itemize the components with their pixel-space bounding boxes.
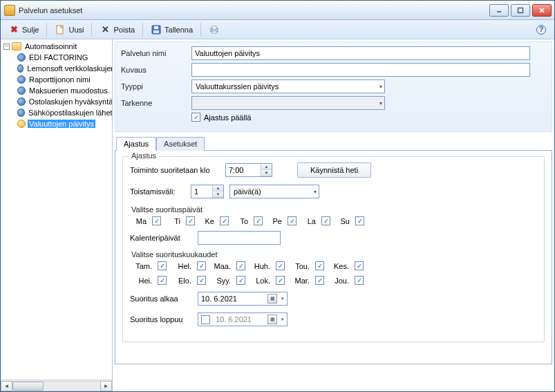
repeat-value-input[interactable]: ▲▼ [191, 185, 224, 198]
month-checkbox[interactable]: ✓ [315, 276, 324, 285]
spin-down-icon[interactable]: ▼ [213, 192, 223, 198]
month-label: Huh. [250, 262, 270, 270]
print-action[interactable] [204, 22, 225, 37]
tree-item[interactable]: Ostolaskujen hyväksyntä [2, 96, 112, 107]
window: Palvelun asetukset ✖ Sulje Uusi ✕ Poista… [0, 0, 555, 392]
month-checkbox[interactable]: ✓ [355, 261, 364, 270]
month-checkbox[interactable]: ✓ [355, 276, 364, 285]
tree-item[interactable]: Raporttijonon nimi [2, 74, 112, 85]
month-checkbox[interactable]: ✓ [158, 261, 167, 270]
minimize-button[interactable] [489, 4, 509, 17]
schedule-on-label: Ajastus päällä [204, 113, 252, 122]
run-at-input[interactable]: ▲▼ [225, 163, 272, 177]
end-date-input[interactable]: ✓ 10. 6.2021 ▦ ▾ [198, 312, 288, 326]
day-checkbox[interactable]: ✓ [288, 216, 297, 225]
expand-icon[interactable]: − [3, 44, 10, 50]
tree-item-label: EDI FACTORING [28, 53, 89, 62]
day-checkbox[interactable]: ✓ [321, 216, 330, 225]
close-button[interactable] [532, 4, 552, 17]
end-label: Suoritus loppuu [130, 315, 192, 324]
month-label: Hel. [171, 262, 191, 270]
calendar-icon[interactable]: ▦ [267, 315, 277, 324]
gear-icon [17, 53, 26, 62]
tree-item[interactable]: Lemonsoft verkkolaskujen lähetys [2, 63, 112, 74]
tree-item[interactable]: Sähköpostilaskujen lähetys [2, 107, 112, 118]
svg-rect-7 [153, 30, 159, 33]
type-value: Valuuttakurssien päivitys [196, 82, 279, 91]
top-form: Palvelun nimi Kuvaus Tyyppi Valuuttakurs… [115, 41, 552, 132]
chevron-down-icon[interactable]: ▾ [281, 317, 284, 322]
day-checkbox[interactable]: ✓ [220, 216, 229, 225]
schedule-on-checkbox[interactable]: ✓ Ajastus päällä [191, 113, 252, 122]
end-enable-checkbox[interactable]: ✓ [201, 315, 210, 324]
month-checkbox[interactable]: ✓ [276, 261, 285, 270]
spin-up-icon[interactable]: ▲ [261, 164, 272, 170]
gear-icon [17, 75, 26, 84]
days-label: Valitse suorituspäivät [131, 205, 537, 214]
tree-item-label: Maksuerien muodostus [28, 86, 109, 95]
month-checkbox[interactable]: ✓ [158, 276, 167, 285]
separator [142, 23, 143, 37]
name-input[interactable] [191, 46, 530, 60]
run-at-value[interactable] [226, 164, 261, 176]
month-checkbox[interactable]: ✓ [236, 276, 245, 285]
repeat-unit-select[interactable]: päivä(ä) ▾ [229, 185, 319, 198]
label-desc: Kuvaus [121, 66, 187, 74]
chevron-down-icon[interactable]: ▾ [281, 296, 284, 301]
run-now-button[interactable]: Käynnistä heti [297, 162, 371, 178]
svg-rect-6 [154, 26, 158, 29]
desc-input[interactable] [191, 63, 530, 77]
gear-icon [17, 64, 23, 73]
start-date-input[interactable]: 10. 6.2021 ▦ ▾ [198, 292, 288, 306]
day-label: Ti [165, 217, 180, 225]
scroll-left[interactable]: ◄ [1, 381, 12, 391]
tree-item[interactable]: Maksuerien muodostus [2, 85, 112, 96]
schedule-group: Ajastus Toiminto suoritetaan klo ▲▼ Käyn… [122, 156, 545, 342]
day-checkbox[interactable]: ✓ [186, 216, 195, 225]
spin-down-icon[interactable]: ▼ [261, 170, 272, 176]
app-icon [4, 5, 15, 16]
help-action[interactable]: ? [531, 22, 552, 37]
month-label: Maa. [210, 262, 231, 270]
month-checkbox[interactable]: ✓ [315, 261, 324, 270]
day-checkbox[interactable]: ✓ [355, 216, 364, 225]
scroll-track[interactable] [12, 381, 100, 391]
type-select[interactable]: Valuuttakurssien päivitys ▾ [191, 80, 385, 93]
month-checkbox[interactable]: ✓ [276, 276, 285, 285]
months-row: Hei.✓Elo.✓Syy.✓Lok.✓Mar.✓Jou.✓ [131, 276, 537, 285]
month-checkbox[interactable]: ✓ [236, 261, 245, 270]
scroll-right[interactable]: ► [100, 381, 112, 391]
close-label: Sulje [22, 26, 39, 34]
spin-up-icon[interactable]: ▲ [213, 185, 223, 192]
titlebar: Palvelun asetukset [1, 1, 554, 20]
tree-root[interactable]: − Automatisoinnit [2, 41, 112, 52]
tree[interactable]: − Automatisoinnit EDI FACTORINGLemonsoft… [1, 39, 112, 380]
close-action[interactable]: ✖ Sulje [3, 22, 44, 37]
maximize-button[interactable] [511, 4, 530, 17]
separator [46, 23, 47, 37]
separator [91, 23, 92, 37]
window-buttons [489, 4, 552, 17]
calendar-icon[interactable]: ▦ [267, 294, 277, 304]
checkbox-icon: ✓ [191, 113, 200, 122]
label-spec: Tarkenne [121, 99, 187, 107]
new-icon [55, 24, 66, 35]
tab-schedule[interactable]: Ajastus [116, 137, 156, 151]
save-action[interactable]: Tallenna [146, 22, 198, 37]
day-checkbox[interactable]: ✓ [152, 216, 161, 225]
month-checkbox[interactable]: ✓ [197, 276, 206, 285]
main-panel: Palvelun nimi Kuvaus Tyyppi Valuuttakurs… [113, 39, 554, 391]
month-label: Elo. [171, 277, 191, 285]
tree-item[interactable]: Valuuttojen päivitys [2, 118, 112, 129]
new-action[interactable]: Uusi [50, 22, 88, 37]
delete-action[interactable]: ✕ Poista [95, 22, 140, 37]
tree-hscrollbar[interactable]: ◄ ► [1, 380, 112, 391]
month-checkbox[interactable]: ✓ [197, 261, 206, 270]
tab-settings[interactable]: Asetukset [156, 137, 205, 151]
scroll-thumb[interactable] [12, 382, 44, 391]
day-checkbox[interactable]: ✓ [254, 216, 263, 225]
separator [200, 23, 201, 37]
repeat-value[interactable] [191, 185, 212, 198]
tree-item[interactable]: EDI FACTORING [2, 52, 112, 63]
caldays-input[interactable] [198, 231, 281, 245]
